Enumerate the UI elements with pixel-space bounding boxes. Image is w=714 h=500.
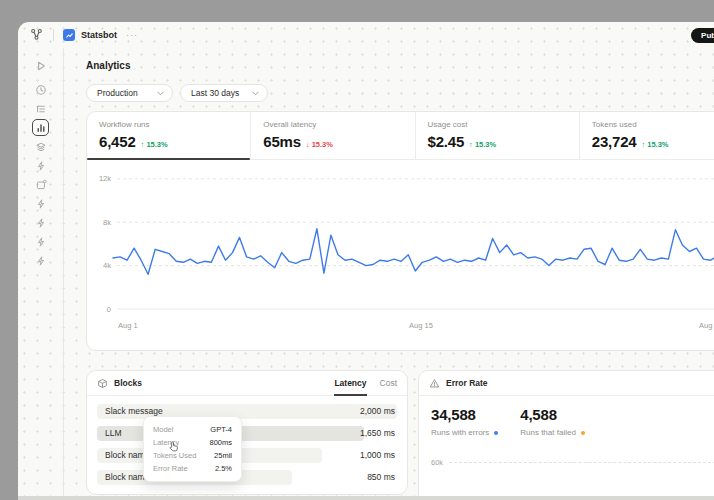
runs-with-errors-label: Runs with errors [431,428,489,437]
action-bolt-icon[interactable] [32,252,49,269]
chevron-down-icon [252,91,259,96]
export-box-icon[interactable] [32,176,49,193]
date-range-dropdown[interactable]: Last 30 days [180,84,268,102]
error-rate-title: Error Rate [446,378,488,388]
tooltip-value: 800ms [209,436,232,449]
tooltip-label: Error Rate [153,462,188,475]
block-row[interactable]: LLM1,650 ms [97,426,397,441]
tab-latency[interactable]: Latency [334,371,366,396]
bottom-panels: Blocks Latency Cost Slack message2,000 m… [86,370,714,500]
line-chart-svg: 12k8k4k0Aug 1Aug 15Aug 31 [91,170,714,344]
stat-label: Tokens used [592,120,714,129]
action-bolt-icon[interactable] [32,214,49,231]
tooltip-value: 25mil [214,449,232,462]
run-list-icon[interactable] [32,100,49,117]
warning-triangle-icon [429,378,440,389]
orange-legend-dot [581,431,585,435]
stat-value: 65ms [263,133,301,150]
error-rate-body: 34,588 Runs with errors 4,588 Runs that … [419,396,714,467]
blocks-tabs: Latency Cost [334,371,397,396]
block-latency-value: 850 ms [367,470,395,485]
action-bolt-icon[interactable] [32,195,49,212]
layers-icon[interactable] [32,138,49,155]
error-rate-header: Error Rate [419,371,714,396]
history-clock-icon[interactable] [32,81,49,98]
action-bolt-icon[interactable] [32,233,49,250]
blocks-title: Blocks [114,378,142,388]
blocks-cube-icon [97,378,108,389]
metrics-card: Workflow runs 6,452 ↑ 15.3% Overall late… [86,111,714,351]
error-rate-panel: Error Rate 34,588 Runs with errors 4,588 [418,370,714,500]
svg-text:4k: 4k [103,261,111,270]
environment-dropdown-value: Production [97,88,138,98]
runs-that-failed-stat: 4,588 Runs that failed [520,406,585,437]
stat-value: $2.45 [428,133,465,150]
stat-value: 23,724 [592,133,637,150]
error-axis-tick: 60k [431,458,443,467]
workflow-title: Statsbot [81,30,117,40]
environment-dropdown[interactable]: Production [86,84,173,102]
svg-text:Aug 15: Aug 15 [409,321,433,330]
workflow-logo-icon[interactable] [30,28,44,42]
stat-overall-latency[interactable]: Overall latency 65ms ↓ 15.3% [250,112,414,159]
block-row[interactable]: Block name850 ms [97,470,397,485]
stats-row: Workflow runs 6,452 ↑ 15.3% Overall late… [87,112,714,160]
stat-workflow-runs[interactable]: Workflow runs 6,452 ↑ 15.3% [87,112,250,159]
stat-tokens-used[interactable]: Tokens used 23,724 ↑ 15.3% [579,112,714,159]
svg-text:Aug 1: Aug 1 [118,321,138,330]
tooltip-label: Model [153,423,173,436]
runs-that-failed-label: Runs that failed [520,428,576,437]
stat-delta: ↑ 15.3% [141,140,168,149]
tooltip-value: GPT-4 [210,423,232,436]
main-content: Analytics Production Last 30 days Workfl… [65,48,714,500]
play-icon[interactable] [32,57,49,74]
svg-text:8k: 8k [103,218,111,227]
statsbot-app-icon [63,29,75,41]
filter-bar: Production Last 30 days [86,84,714,102]
blocks-header: Blocks Latency Cost [87,371,407,396]
chevron-down-icon [157,91,164,96]
stat-value: 6,452 [99,133,136,150]
page-title: Analytics [86,60,714,71]
runs-with-errors-value: 34,588 [431,406,498,423]
block-name: LLM [105,426,122,441]
stat-delta: ↑ 15.3% [641,140,668,149]
tab-cost[interactable]: Cost [380,371,397,396]
publish-button[interactable]: Publish [691,28,714,43]
runs-that-failed-value: 4,588 [520,406,585,423]
desktop: { "topbar": { "app_name": "Statsbot", "m… [0,0,714,500]
blocks-panel: Blocks Latency Cost Slack message2,000 m… [86,370,408,495]
stat-label: Usage cost [428,120,579,129]
svg-text:12k: 12k [99,174,111,183]
runs-with-errors-stat: 34,588 Runs with errors [431,406,498,437]
window-bottom-edge [18,496,714,500]
blue-legend-dot [494,431,498,435]
workflow-runs-chart: 12k8k4k0Aug 1Aug 15Aug 31 [87,160,714,350]
error-chart-axis: 60k [431,458,714,467]
ellipsis-menu-icon[interactable]: ··· [126,30,138,40]
action-bolt-icon[interactable] [32,157,49,174]
block-row[interactable]: Slack message2,000 ms [97,404,397,419]
tooltip-value: 2.5% [215,462,232,475]
date-range-dropdown-value: Last 30 days [191,88,239,98]
topbar-divider [53,29,54,41]
stat-usage-cost[interactable]: Usage cost $2.45 ↑ 15.3% [415,112,579,159]
block-latency-value: 1,650 ms [360,426,395,441]
analytics-chart-icon[interactable] [32,119,49,136]
svg-text:0: 0 [107,305,111,314]
blocks-list: Slack message2,000 msLLM1,650 msBlock na… [87,396,407,494]
error-axis-gridline [449,462,714,463]
hand-cursor-icon [167,439,180,457]
topbar: Statsbot ··· Publish [18,22,714,48]
stat-label: Overall latency [263,120,414,129]
stat-delta: ↑ 15.3% [469,140,496,149]
block-latency-value: 2,000 ms [360,404,395,419]
block-latency-value: 1,000 ms [360,448,395,463]
icon-rail [18,48,64,500]
block-row[interactable]: Block name1,000 ms [97,448,397,463]
app-window: Statsbot ··· Publish [18,22,714,500]
stat-delta: ↓ 15.3% [306,140,333,149]
llm-block-tooltip: ModelGPT-4 Latency800ms Tokens Used25mil… [143,416,242,482]
svg-text:Aug 31: Aug 31 [699,321,714,330]
stat-label: Workflow runs [99,120,250,129]
